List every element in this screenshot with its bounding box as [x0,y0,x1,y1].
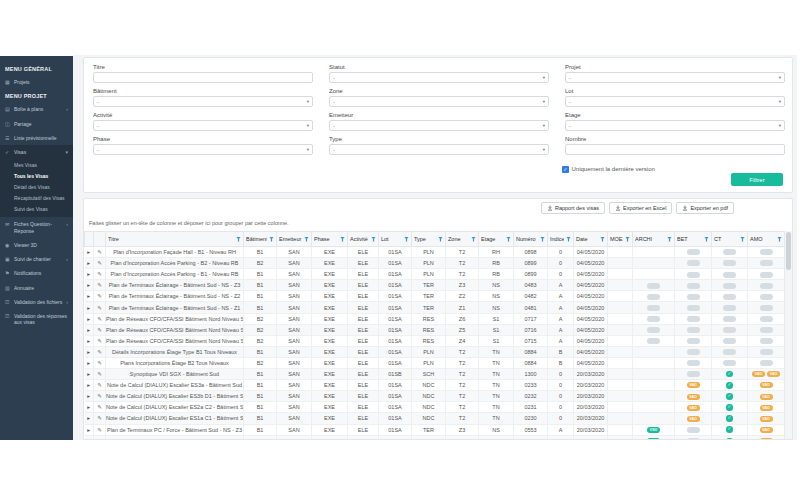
sidebar-item-notifications[interactable]: ⚑Notifications [0,266,73,280]
column-header-moex[interactable]: MOEX [608,232,633,247]
row-expand-icon[interactable]: ▸ [85,280,94,291]
column-header-etage[interactable]: Etage [479,232,514,247]
row-expand-icon[interactable]: ▸ [85,357,94,368]
status-badge-pill-orange[interactable]: VAO [752,371,765,377]
row-edit-icon[interactable]: ✎ [94,324,106,335]
status-badge-pill-orange[interactable]: VAO [760,438,773,440]
status-badge-pill-gray[interactable] [687,371,700,377]
filter-funnel-icon[interactable] [269,237,274,242]
column-header-ct[interactable]: CT [712,232,748,247]
status-badge-pill-gray[interactable] [723,294,736,300]
column-header-numero[interactable]: Numéro [514,232,548,247]
status-badge-pill-orange[interactable]: VAO [687,416,700,422]
status-badge-pill-gray[interactable] [723,349,736,355]
row-edit-icon[interactable]: ✎ [94,391,106,402]
status-badge-pill-orange[interactable]: VAO [760,427,773,433]
row-expand-icon[interactable]: ▸ [85,435,94,440]
filter-funnel-icon[interactable] [667,237,672,242]
status-badge-pill-gray[interactable] [687,316,700,322]
latest-version-checkbox[interactable]: ✓ Uniquement la dernière version [562,166,655,173]
column-header-bet[interactable]: BET [675,232,712,247]
sidebar-item-visas[interactable]: ✓Visas▾ [0,145,73,159]
filter-funnel-icon[interactable] [704,237,709,242]
status-badge-pill-gray[interactable] [723,283,736,289]
row-expand-icon[interactable]: ▸ [85,247,94,258]
status-badge-pill-gray[interactable] [760,338,773,344]
status-badge-pill-gray[interactable] [760,294,773,300]
status-badge-pill-gray[interactable] [687,294,700,300]
checkbox-checked-icon[interactable]: ✓ [562,166,569,173]
sidebar-item-suivi-de-chantier[interactable]: ▣Suivi de chantier› [0,252,73,266]
status-badge-pill-gray[interactable] [687,283,700,289]
status-badge-pill-orange[interactable]: VAO [760,394,773,400]
status-badge-pill-orange[interactable]: VAO [760,405,773,411]
column-header-emetteur[interactable]: Emetteur [277,232,312,247]
status-badge-pill-gray[interactable] [760,349,773,355]
status-badge-pill-gray[interactable] [687,272,700,278]
status-badge-pill-gray[interactable] [647,327,660,333]
row-expand-icon[interactable]: ▸ [85,380,94,391]
row-expand-icon[interactable]: ▸ [85,391,94,402]
row-expand-icon[interactable]: ▸ [85,402,94,413]
row-expand-icon[interactable]: ▸ [85,369,94,380]
status-badge-pill-gray[interactable] [687,349,700,355]
sidebar-subitem-mes-visas[interactable]: Mes Visas [0,159,73,170]
filter-funnel-icon[interactable] [600,237,605,242]
column-header-amo[interactable]: AMO [748,232,785,247]
filter-select-zone[interactable]: -▾ [329,96,549,107]
status-badge-pill-gray[interactable] [723,327,736,333]
status-check-badge[interactable]: ✓ [726,371,733,378]
toolbar-button-exporter-en-excel[interactable]: Exporter en Excel [609,202,672,214]
filter-select-phase[interactable]: -▾ [93,144,313,155]
status-badge-pill-green[interactable]: VSO [647,427,660,433]
status-badge-pill-gray[interactable] [647,305,660,311]
sidebar-item-validation-des-fichiers[interactable]: ☑Validation des fichiers› [0,295,73,309]
row-edit-icon[interactable]: ✎ [94,424,106,435]
row-edit-icon[interactable]: ✎ [94,269,106,280]
status-check-badge[interactable]: ✓ [726,393,733,400]
status-check-badge[interactable]: ✓ [726,426,733,433]
row-edit-icon[interactable]: ✎ [94,258,106,269]
column-header-archi[interactable]: ARCHI [633,232,675,247]
row-edit-icon[interactable]: ✎ [94,435,106,440]
status-badge-pill-orange[interactable]: VAO [687,394,700,400]
filter-funnel-icon[interactable] [740,237,745,242]
filter-funnel-icon[interactable] [304,237,309,242]
row-expand-icon[interactable]: ▸ [85,269,94,280]
status-check-badge[interactable]: ✓ [726,415,733,422]
status-badge-pill-gray[interactable] [687,305,700,311]
row-edit-icon[interactable]: ✎ [94,335,106,346]
vertical-scrollbar[interactable] [784,231,792,439]
sidebar-item-fiches-question-reponse[interactable]: ✉Fiches Question-Réponse› [0,217,73,238]
sidebar-item-viewer-3d[interactable]: ◉Viewer 3D [0,238,73,252]
filter-funnel-icon[interactable] [236,237,241,242]
filter-input-titre[interactable] [93,72,313,83]
sidebar-item-annuaire[interactable]: ▥Annuaire [0,281,73,295]
status-badge-pill-orange[interactable]: VAO [760,382,773,388]
filter-select-activite[interactable]: -▾ [93,120,313,131]
filter-select-projet[interactable]: -▾ [565,72,785,83]
filter-select-type[interactable]: -▾ [329,144,549,155]
filter-input-nombre[interactable] [565,144,785,155]
row-edit-icon[interactable]: ✎ [94,369,106,380]
scrollbar-thumb[interactable] [786,232,791,270]
status-badge-pill-gray[interactable] [687,249,700,255]
status-badge-pill-gray[interactable] [687,360,700,366]
status-check-badge[interactable]: ✓ [726,404,733,411]
status-badge-pill-gray[interactable] [760,327,773,333]
filter-funnel-icon[interactable] [404,237,409,242]
column-header-phase[interactable]: Phase [312,232,348,247]
sidebar-item-liste-previsionnelle[interactable]: ☰Liste prévisionnelle [0,131,73,145]
status-badge-pill-gray[interactable] [687,338,700,344]
status-badge-pill-gray[interactable] [723,360,736,366]
filter-funnel-icon[interactable] [566,237,571,242]
filter-select-lot[interactable]: -▾ [565,96,785,107]
column-header-titre[interactable]: Titre [106,232,244,247]
filter-funnel-icon[interactable] [438,237,443,242]
row-edit-icon[interactable]: ✎ [94,413,106,424]
row-edit-icon[interactable]: ✎ [94,346,106,357]
status-badge-pill-gray[interactable] [760,249,773,255]
status-badge-pill-gray[interactable] [760,272,773,278]
status-badge-pill-gray[interactable] [723,249,736,255]
column-header-activite[interactable]: Activité [348,232,379,247]
